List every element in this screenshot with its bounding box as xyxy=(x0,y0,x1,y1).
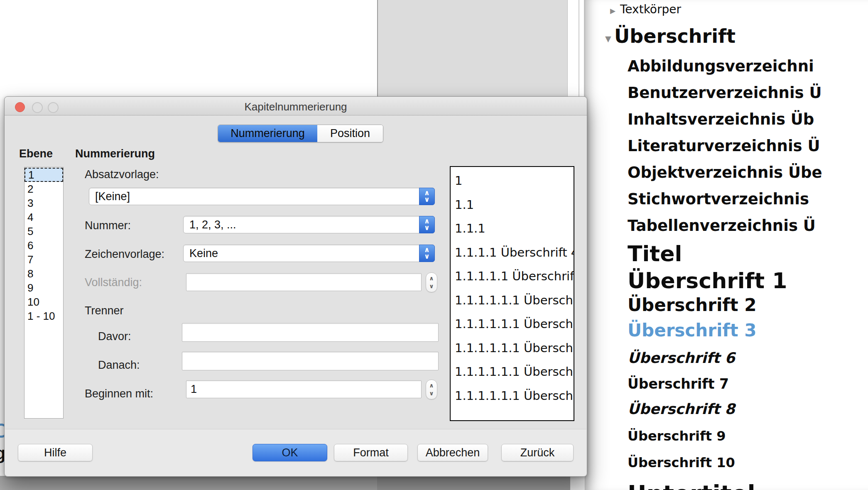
dialog-title: Kapitelnummerierung xyxy=(5,100,587,113)
level-item-9[interactable]: 9 xyxy=(25,281,63,295)
zeichenvorlage-value: Keine xyxy=(189,247,218,260)
dialog-titlebar[interactable]: Kapitelnummerierung xyxy=(5,97,587,115)
style-item-ueberschrift-3[interactable]: Überschrift 3 xyxy=(628,321,756,340)
level-item-1-10[interactable]: 1 - 10 xyxy=(25,309,63,323)
davor-label: Davor: xyxy=(98,330,131,343)
style-item-stichwortverzeichnis[interactable]: Stichwortverzeichnis xyxy=(628,191,809,208)
preview-row: 1.1.1.1.1.1 Überschrift 6 xyxy=(455,289,574,313)
preview-row: 1.1 xyxy=(455,193,574,217)
style-item-titel[interactable]: Titel xyxy=(628,242,682,266)
level-item-10[interactable]: 10 xyxy=(25,295,63,309)
ebene-section-label: Ebene xyxy=(19,147,53,160)
preview-row: 1.1.1.1.1.1 Überschrift 7 xyxy=(455,312,574,336)
vollstaendig-field xyxy=(186,273,422,291)
chevron-up-icon: ∧ xyxy=(426,275,437,281)
trenner-label: Trenner xyxy=(85,304,124,317)
style-item-ueberschrift-8[interactable]: Überschrift 8 xyxy=(628,401,735,417)
absatzvorlage-label: Absatzvorlage: xyxy=(85,168,159,181)
background-document-area xyxy=(377,0,568,97)
zeichenvorlage-select[interactable]: Keine ∧ ∨ xyxy=(183,245,435,262)
level-item-6[interactable]: 6 xyxy=(25,238,63,252)
chevron-down-icon: ∨ xyxy=(419,196,434,203)
window-edge-line xyxy=(579,0,579,97)
expand-arrow-icon[interactable]: ▶ xyxy=(610,7,615,15)
style-item-inhaltsverzeichnis[interactable]: Inhaltsverzeichnis Üb xyxy=(628,111,814,128)
vollstaendig-stepper[interactable]: ∧ ∨ xyxy=(426,272,437,292)
style-item-textkoerper[interactable]: Textkörper xyxy=(620,3,681,16)
numbering-preview: 1 1.1 1.1.1 1.1.1.1 Überschrift 4 1.1.1.… xyxy=(450,166,574,421)
beginnen-mit-field[interactable] xyxy=(186,380,422,398)
nummer-value: 1, 2, 3, ... xyxy=(189,218,236,231)
nummerierung-section-label: Nummerierung xyxy=(75,147,155,160)
absatzvorlage-value: [Keine] xyxy=(95,190,130,203)
hilfe-button[interactable]: Hilfe xyxy=(18,444,93,461)
combo-arrows-icon[interactable]: ∧ ∨ xyxy=(419,245,435,262)
level-item-7[interactable]: 7 xyxy=(25,252,63,267)
beginnen-mit-stepper[interactable]: ∧ ∨ xyxy=(426,380,437,399)
beginnen-mit-label: Beginnen mit: xyxy=(85,387,153,400)
abbrechen-button[interactable]: Abbrechen xyxy=(417,444,488,461)
style-item-benutzerverzeichnis[interactable]: Benutzerverzeichnis Ü xyxy=(628,85,822,102)
level-item-4[interactable]: 4 xyxy=(25,210,63,224)
kapitelnummerierung-dialog: Kapitelnummerierung Nummerierung Positio… xyxy=(4,96,587,477)
style-item-abbildungsverzeichnis[interactable]: Abbildungsverzeichni xyxy=(628,58,814,75)
chevron-down-icon: ∨ xyxy=(426,390,437,396)
level-item-1[interactable]: 1 xyxy=(25,168,63,182)
nummer-label: Nummer: xyxy=(85,219,131,232)
absatzvorlage-select[interactable]: [Keine] ∧ ∨ xyxy=(89,188,435,205)
style-item-literaturverzeichnis[interactable]: Literaturverzeichnis Ü xyxy=(628,138,820,155)
styles-sidebar: ▶ Textkörper ▼ Überschrift Abbildungsver… xyxy=(585,0,868,490)
preview-row: 1.1.1.1.1 Überschrift 5 xyxy=(455,265,574,289)
style-item-ueberschrift-2[interactable]: Überschrift 2 xyxy=(628,296,756,315)
tab-bar: Nummerierung Position xyxy=(218,125,383,142)
chevron-down-icon: ∨ xyxy=(419,224,434,231)
tab-position[interactable]: Position xyxy=(317,125,383,142)
nummer-select[interactable]: 1, 2, 3, ... ∧ ∨ xyxy=(183,216,435,233)
level-listbox[interactable]: 1 2 3 4 5 6 7 8 9 10 1 - 10 xyxy=(24,167,64,419)
tab-nummerierung[interactable]: Nummerierung xyxy=(218,125,317,142)
combo-arrows-icon[interactable]: ∧ ∨ xyxy=(419,216,435,233)
preview-row: 1.1.1 xyxy=(455,217,574,241)
style-item-ueberschrift-6[interactable]: Überschrift 6 xyxy=(628,350,735,366)
level-item-2[interactable]: 2 xyxy=(25,182,63,196)
chevron-down-icon: ∨ xyxy=(426,283,437,289)
style-item-objektverzeichnis[interactable]: Objektverzeichnis Übe xyxy=(628,164,822,181)
level-item-8[interactable]: 8 xyxy=(25,267,63,281)
vollstaendig-label: Vollständig: xyxy=(85,276,142,289)
zurueck-button[interactable]: Zurück xyxy=(501,444,574,461)
davor-field[interactable] xyxy=(182,323,439,342)
chevron-up-icon: ∧ xyxy=(426,382,437,388)
style-item-ueberschrift-10[interactable]: Überschrift 10 xyxy=(628,456,735,470)
style-item-ueberschrift-9[interactable]: Überschrift 9 xyxy=(628,429,726,443)
level-item-3[interactable]: 3 xyxy=(25,196,63,210)
preview-row: 1.1.1.1 Überschrift 4 xyxy=(455,241,574,265)
style-item-untertitel[interactable]: Untertitel xyxy=(628,481,755,490)
style-item-ueberschrift[interactable]: Überschrift xyxy=(614,26,736,47)
preview-row: 1 xyxy=(455,169,574,193)
preview-row: 1.1.1.1.1.1 Überschrift 9 xyxy=(455,360,574,384)
style-item-tabellenverzeichnis[interactable]: Tabellenverzeichnis Ü xyxy=(628,218,816,235)
collapse-arrow-icon[interactable]: ▼ xyxy=(605,34,611,43)
style-item-ueberschrift-1[interactable]: Überschrift 1 xyxy=(628,269,787,293)
style-item-ueberschrift-7[interactable]: Überschrift 7 xyxy=(628,377,729,392)
background-strip xyxy=(377,476,570,490)
background-strip xyxy=(0,476,377,490)
preview-row: 1.1.1.1.1.1 Überschrift 10 xyxy=(455,384,574,408)
chevron-down-icon: ∨ xyxy=(419,253,434,260)
danach-label: Danach: xyxy=(98,359,140,372)
preview-row: 1.1.1.1.1.1 Überschrift 8 xyxy=(455,336,574,360)
ok-button[interactable]: OK xyxy=(253,444,327,461)
background-strip xyxy=(570,476,587,490)
format-button[interactable]: Format xyxy=(334,444,408,461)
zeichenvorlage-label: Zeichenvorlage: xyxy=(85,248,164,261)
danach-field[interactable] xyxy=(182,352,439,370)
combo-arrows-icon[interactable]: ∧ ∨ xyxy=(419,188,435,205)
level-item-5[interactable]: 5 xyxy=(25,224,63,238)
